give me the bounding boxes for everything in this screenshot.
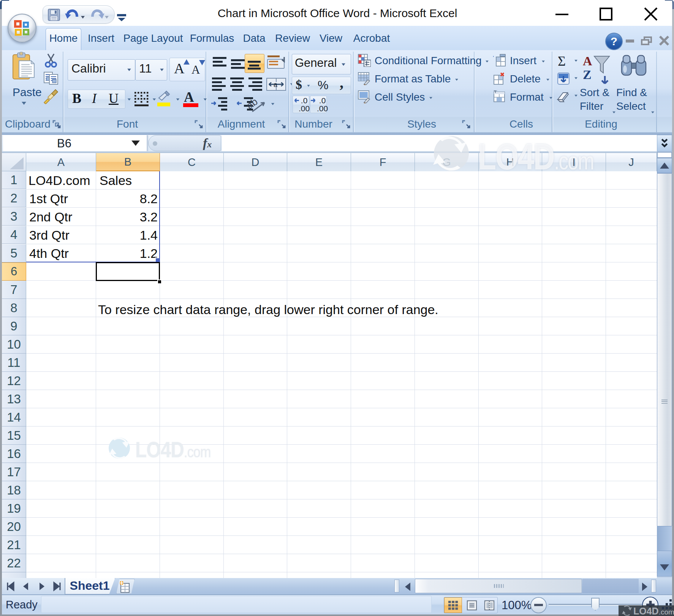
svg-text:A: A bbox=[583, 54, 592, 68]
svg-text:a: a bbox=[274, 81, 278, 88]
svg-text:ab: ab bbox=[246, 96, 260, 111]
svg-text:Z: Z bbox=[583, 68, 592, 82]
